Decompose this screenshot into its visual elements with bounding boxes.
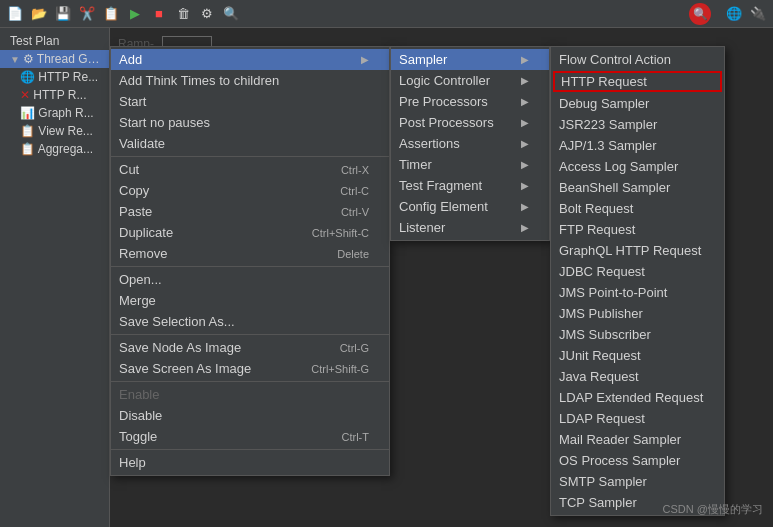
menu-item-sampler[interactable]: Sampler ▶ (391, 49, 549, 70)
http-icon-2: ✕ (20, 88, 33, 102)
toolbar-cut-icon[interactable]: ✂️ (76, 3, 98, 25)
menu-item-duplicate[interactable]: Duplicate Ctrl+Shift-C (111, 222, 389, 243)
menu-item-ldap-extended[interactable]: LDAP Extended Request (551, 387, 724, 408)
menu-item-assertions[interactable]: Assertions ▶ (391, 133, 549, 154)
toolbar: 📄 📂 💾 ✂️ 📋 ▶ ■ 🗑 ⚙ 🔍 🔍 🌐 🔌 (0, 0, 773, 28)
save-node-label: Save Node As Image (119, 340, 320, 355)
cut-shortcut: Ctrl-X (341, 164, 369, 176)
test-fragment-arrow-icon: ▶ (521, 180, 529, 191)
toolbar-plugin-icon[interactable]: 🔌 (747, 3, 769, 25)
menu-item-config-element[interactable]: Config Element ▶ (391, 196, 549, 217)
menu-item-think-times[interactable]: Add Think Times to children (111, 70, 389, 91)
toolbar-copy-icon[interactable]: 📋 (100, 3, 122, 25)
sidebar-item-aggregate[interactable]: 📋 Aggrega... (0, 140, 109, 158)
mail-reader-label: Mail Reader Sampler (559, 432, 704, 447)
listener-label: Listener (399, 220, 513, 235)
menu-item-remove[interactable]: Remove Delete (111, 243, 389, 264)
sidebar-item-testplan[interactable]: Test Plan (0, 32, 109, 50)
gear-icon: ⚙ (23, 52, 37, 66)
menu-item-beanshell[interactable]: BeanShell Sampler (551, 177, 724, 198)
sidebar-item-view[interactable]: 📋 View Re... (0, 122, 109, 140)
post-processors-arrow-icon: ▶ (521, 117, 529, 128)
disable-label: Disable (119, 408, 369, 423)
sampler-label: Sampler (399, 52, 513, 67)
toolbar-open-icon[interactable]: 📂 (28, 3, 50, 25)
menu-item-add[interactable]: Add ▶ (111, 49, 389, 70)
menu-item-access-log[interactable]: Access Log Sampler (551, 156, 724, 177)
menu-item-toggle[interactable]: Toggle Ctrl-T (111, 426, 389, 447)
menu-item-save-screen[interactable]: Save Screen As Image Ctrl+Shift-G (111, 358, 389, 379)
sidebar-item-graph[interactable]: 📊 Graph R... (0, 104, 109, 122)
java-label: Java Request (559, 369, 704, 384)
add-label: Add (119, 52, 353, 67)
menu-item-cut[interactable]: Cut Ctrl-X (111, 159, 389, 180)
menu-item-flow-control[interactable]: Flow Control Action (551, 49, 724, 70)
menu-item-os-process[interactable]: OS Process Sampler (551, 450, 724, 471)
menu-item-ftp[interactable]: FTP Request (551, 219, 724, 240)
separator-3 (111, 334, 389, 335)
sidebar-item-testplan-label: Test Plan (10, 34, 59, 48)
menu-item-help[interactable]: Help (111, 452, 389, 473)
menu-item-mail-reader[interactable]: Mail Reader Sampler (551, 429, 724, 450)
menu-item-test-fragment[interactable]: Test Fragment ▶ (391, 175, 549, 196)
jms-publisher-label: JMS Publisher (559, 306, 704, 321)
menu-item-junit[interactable]: JUnit Request (551, 345, 724, 366)
menu-item-timer[interactable]: Timer ▶ (391, 154, 549, 175)
menu-item-jsr223[interactable]: JSR223 Sampler (551, 114, 724, 135)
toggle-shortcut: Ctrl-T (342, 431, 370, 443)
sidebar-item-threadgroup[interactable]: ▼ ⚙ Thread Grou... (0, 50, 109, 68)
menu-item-listener[interactable]: Listener ▶ (391, 217, 549, 238)
toolbar-clear-icon[interactable]: 🗑 (172, 3, 194, 25)
menu-item-jdbc[interactable]: JDBC Request (551, 261, 724, 282)
menu-item-pre-processors[interactable]: Pre Processors ▶ (391, 91, 549, 112)
bolt-label: Bolt Request (559, 201, 704, 216)
toolbar-stop-icon[interactable]: ■ (148, 3, 170, 25)
menu-item-jms-publisher[interactable]: JMS Publisher (551, 303, 724, 324)
menu-item-save-selection[interactable]: Save Selection As... (111, 311, 389, 332)
enable-label: Enable (119, 387, 369, 402)
validate-label: Validate (119, 136, 369, 151)
assertions-arrow-icon: ▶ (521, 138, 529, 149)
copy-shortcut: Ctrl-C (340, 185, 369, 197)
menu-item-paste[interactable]: Paste Ctrl-V (111, 201, 389, 222)
start-no-pauses-label: Start no pauses (119, 115, 369, 130)
menu-item-disable[interactable]: Disable (111, 405, 389, 426)
menu-item-http-request[interactable]: HTTP Request (553, 71, 722, 92)
menu-item-graphql[interactable]: GraphQL HTTP Request (551, 240, 724, 261)
menu-item-validate[interactable]: Validate (111, 133, 389, 154)
menu-item-ajp[interactable]: AJP/1.3 Sampler (551, 135, 724, 156)
menu-item-start[interactable]: Start (111, 91, 389, 112)
menu-item-java[interactable]: Java Request (551, 366, 724, 387)
toolbar-run-icon[interactable]: ▶ (124, 3, 146, 25)
menu-item-jms-subscriber[interactable]: JMS Subscriber (551, 324, 724, 345)
watermark: CSDN @慢慢的学习 (663, 502, 763, 517)
toolbar-save-icon[interactable]: 💾 (52, 3, 74, 25)
sidebar-item-http2[interactable]: ✕ HTTP R... (0, 86, 109, 104)
sidebar-item-threadgroup-label: Thread Grou... (37, 52, 109, 66)
toolbar-settings-icon[interactable]: ⚙ (196, 3, 218, 25)
menu-item-bolt[interactable]: Bolt Request (551, 198, 724, 219)
logic-controller-arrow-icon: ▶ (521, 75, 529, 86)
toolbar-remote-icon[interactable]: 🌐 (723, 3, 745, 25)
menu-item-post-processors[interactable]: Post Processors ▶ (391, 112, 549, 133)
menu-item-debug-sampler[interactable]: Debug Sampler (551, 93, 724, 114)
merge-label: Merge (119, 293, 369, 308)
duplicate-shortcut: Ctrl+Shift-C (312, 227, 369, 239)
ldap-extended-label: LDAP Extended Request (559, 390, 704, 405)
menu-item-logic-controller[interactable]: Logic Controller ▶ (391, 70, 549, 91)
test-fragment-label: Test Fragment (399, 178, 513, 193)
menu-item-smtp[interactable]: SMTP Sampler (551, 471, 724, 492)
menu-item-ldap[interactable]: LDAP Request (551, 408, 724, 429)
paste-label: Paste (119, 204, 321, 219)
menu-item-merge[interactable]: Merge (111, 290, 389, 311)
toolbar-file-icon[interactable]: 📄 (4, 3, 26, 25)
menu-item-save-node[interactable]: Save Node As Image Ctrl-G (111, 337, 389, 358)
menu-item-jms-point[interactable]: JMS Point-to-Point (551, 282, 724, 303)
menu-item-open[interactable]: Open... (111, 269, 389, 290)
menu-item-start-no-pauses[interactable]: Start no pauses (111, 112, 389, 133)
toolbar-search-icon[interactable]: 🔍 (689, 3, 711, 25)
menu-item-copy[interactable]: Copy Ctrl-C (111, 180, 389, 201)
separator-2 (111, 266, 389, 267)
toolbar-zoom-icon[interactable]: 🔍 (220, 3, 242, 25)
sidebar-item-http1[interactable]: 🌐 HTTP Re... (0, 68, 109, 86)
